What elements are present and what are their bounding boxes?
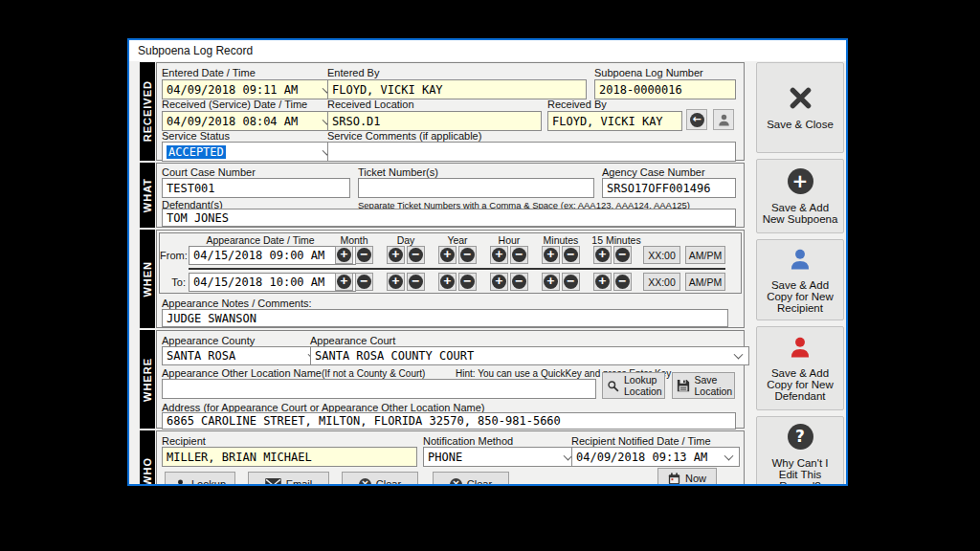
received-by-person-button[interactable] (713, 109, 734, 130)
appearance-court-value: SANTA ROSA COUNTY COURT (315, 349, 474, 363)
to-fifteen-minutes-plus-button[interactable]: + (593, 273, 612, 291)
address-field[interactable]: 6865 CAROLINE STREET, MILTON, FLORIDA 32… (162, 412, 736, 430)
appearance-notes-value: JUDGE SWANSON (167, 312, 256, 325)
entered-date-combobox[interactable]: 04/09/2018 09:11 AM (162, 79, 338, 99)
to-fifteen-minutes-minus-button[interactable]: − (613, 273, 632, 291)
person-icon (174, 478, 187, 487)
other-location-field[interactable] (162, 379, 596, 399)
entered-by-field[interactable]: FLOYD, VICKI KAY (327, 79, 587, 99)
clear-icon: × (450, 478, 462, 487)
to-day-plus-button[interactable]: + (387, 273, 405, 291)
plus-icon: + (544, 275, 558, 289)
received-location-label: Received Location (327, 99, 414, 110)
defendants-value: TOM JONES (167, 211, 229, 225)
service-comments-label: Service Comments (if applicable) (327, 130, 481, 142)
to-year-minus-button[interactable]: − (458, 273, 477, 291)
when-section-label: WHEN (142, 261, 153, 298)
from-minutes-minus-button[interactable]: − (562, 246, 580, 264)
to-day-minus-button[interactable]: − (407, 273, 425, 291)
recipient-notified-date-combobox[interactable]: 04/09/2018 09:13 AM (571, 447, 740, 467)
chevron-down-icon[interactable] (734, 350, 744, 360)
court-case-number-label: Court Case Number (162, 166, 256, 178)
plus-icon: + (595, 275, 610, 289)
from-ampm-button[interactable]: AM/PM (685, 246, 725, 264)
from-day-minus-button[interactable]: − (407, 246, 425, 264)
received-date-combobox[interactable]: 04/09/2018 08:04 AM (162, 111, 338, 131)
from-fifteen-minutes-minus-button[interactable]: − (613, 246, 632, 264)
year-column-header: Year (435, 234, 479, 246)
to-ampm-button[interactable]: AM/PM (685, 273, 725, 291)
from-hour-plus-button[interactable]: + (490, 246, 508, 264)
recipient-clear-button[interactable]: × Clear (342, 472, 418, 486)
to-xx00-button[interactable]: XX:00 (643, 273, 680, 291)
received-by-undo-button[interactable]: ← (686, 109, 707, 130)
from-month-plus-button[interactable]: + (335, 246, 353, 264)
minus-icon: − (409, 275, 423, 289)
where-section-label: WHERE (142, 358, 153, 402)
section-where: WHERE Appearance County SANTA ROSA Appea… (140, 330, 745, 429)
subpoena-log-record-window: Subpoena Log Record RECEIVED Entered Dat… (127, 38, 848, 486)
to-minutes-plus-button[interactable]: + (542, 273, 560, 291)
from-year-minus-button[interactable]: − (458, 246, 477, 264)
received-date-label: Received (Service) Date / Time (162, 99, 307, 110)
from-xx00-button[interactable]: XX:00 (643, 246, 680, 264)
subpoena-log-number-field[interactable]: 2018-0000016 (594, 79, 736, 99)
save-and-add-new-subpoena-button[interactable]: + Save & Add New Subpoena (756, 159, 844, 233)
from-datetime-combobox[interactable]: 04/15/2018 09:00 AM (189, 246, 356, 265)
save-location-label: Save Location (695, 374, 731, 397)
save-and-close-button[interactable]: Save & Close (756, 62, 844, 153)
minus-icon: − (564, 248, 578, 262)
recipient-clear-label: Clear (376, 478, 401, 486)
to-hour-minus-button[interactable]: − (510, 273, 528, 291)
ticket-numbers-field[interactable] (358, 178, 594, 198)
appearance-notes-field[interactable]: JUDGE SWANSON (162, 309, 728, 327)
received-section-strip: RECEIVED (140, 62, 155, 161)
from-hour-minus-button[interactable]: − (510, 246, 528, 264)
minus-icon: − (460, 275, 475, 289)
where-section-strip: WHERE (140, 330, 155, 429)
court-case-number-field[interactable]: TEST001 (162, 178, 350, 198)
service-comments-field[interactable] (327, 142, 736, 162)
save-and-add-copy-new-defendant-button[interactable]: Save & Add Copy for New Defendant (756, 326, 844, 410)
save-and-add-copy-new-recipient-button[interactable]: Save & Add Copy for New Recipient (756, 239, 844, 320)
recipient-field[interactable]: MILLER, BRIAN MICHAEL (162, 447, 417, 467)
to-minutes-minus-button[interactable]: − (562, 273, 580, 291)
to-month-plus-button[interactable]: + (335, 273, 353, 291)
why-cant-i-edit-button[interactable]: ? Why Can't I Edit This Record? (756, 416, 844, 486)
agency-case-number-field[interactable]: SRSO17OFF001496 (602, 178, 736, 198)
appearance-court-combobox[interactable]: SANTA ROSA COUNTY COURT (310, 346, 749, 365)
person-red-icon (788, 335, 813, 360)
from-year-plus-button[interactable]: + (438, 246, 457, 264)
save-location-button[interactable]: Save Location (672, 372, 735, 399)
to-month-minus-button[interactable]: − (355, 273, 373, 291)
from-month-minus-button[interactable]: − (355, 246, 373, 264)
notified-now-button[interactable]: Now (657, 468, 717, 486)
notification-method-combobox[interactable]: PHONE (423, 447, 579, 467)
to-hour-plus-button[interactable]: + (490, 273, 508, 291)
lookup-location-label: Lookup Location (624, 374, 660, 397)
to-year-plus-button[interactable]: + (438, 273, 457, 291)
form-content: RECEIVED Entered Date / Time 04/09/2018 … (129, 61, 846, 484)
other-location-label: Appearance Other Location Name (162, 367, 322, 379)
entered-date-value: 04/09/2018 09:11 AM (167, 83, 298, 97)
ticket-numbers-label: Ticket Number(s) (358, 166, 438, 178)
to-datetime-combobox[interactable]: 04/15/2018 10:00 AM (189, 273, 356, 292)
from-fifteen-minutes-plus-button[interactable]: + (593, 246, 612, 264)
received-by-field[interactable]: FLOYD, VICKI KAY (547, 111, 682, 131)
section-who: WHO Recipient MILLER, BRIAN MICHAEL Noti… (140, 430, 745, 486)
lookup-location-button[interactable]: Lookup Location (602, 372, 665, 399)
save-and-add-copy-new-defendant-label: Save & Add Copy for New Defendant (760, 367, 840, 402)
from-day-plus-button[interactable]: + (387, 246, 405, 264)
chevron-down-icon[interactable] (724, 451, 734, 460)
received-location-field[interactable]: SRSO.D1 (327, 111, 542, 131)
recipient-lookup-label: Lookup (191, 478, 226, 486)
when-group-box: Appearance Date / Time Month Day Year Ho… (156, 230, 745, 328)
recipient-lookup-button[interactable]: Lookup (165, 472, 235, 486)
notification-clear-button[interactable]: × Clear (433, 472, 509, 486)
from-minutes-plus-button[interactable]: + (542, 246, 560, 264)
appearance-county-combobox[interactable]: SANTA ROSA (162, 346, 323, 365)
defendants-field[interactable]: TOM JONES (162, 209, 736, 227)
recipient-email-button[interactable]: Email (248, 472, 329, 486)
notified-now-label: Now (685, 473, 706, 485)
service-status-combobox[interactable]: ACCEPTED (162, 142, 338, 162)
